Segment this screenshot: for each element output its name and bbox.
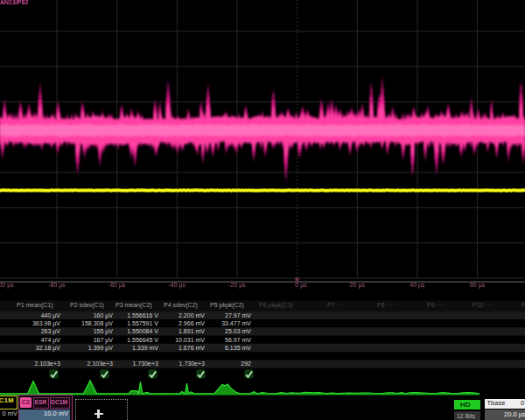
svg-text:60 µs: 60 µs: [470, 282, 486, 289]
svg-text:-40 µs: -40 µs: [168, 282, 186, 289]
svg-text:-60 µs: -60 µs: [108, 282, 126, 289]
svg-text:-80 µs: -80 µs: [48, 282, 66, 289]
svg-text:-20 µs: -20 µs: [228, 282, 246, 289]
svg-text:0 µs: 0 µs: [295, 282, 307, 289]
svg-text:40 µs: 40 µs: [410, 282, 425, 289]
svg-text:20 µs: 20 µs: [350, 282, 366, 289]
svg-text:-100 µs: -100 µs: [0, 282, 14, 289]
svg-text:AN13/P82: AN13/P82: [0, 0, 28, 5]
